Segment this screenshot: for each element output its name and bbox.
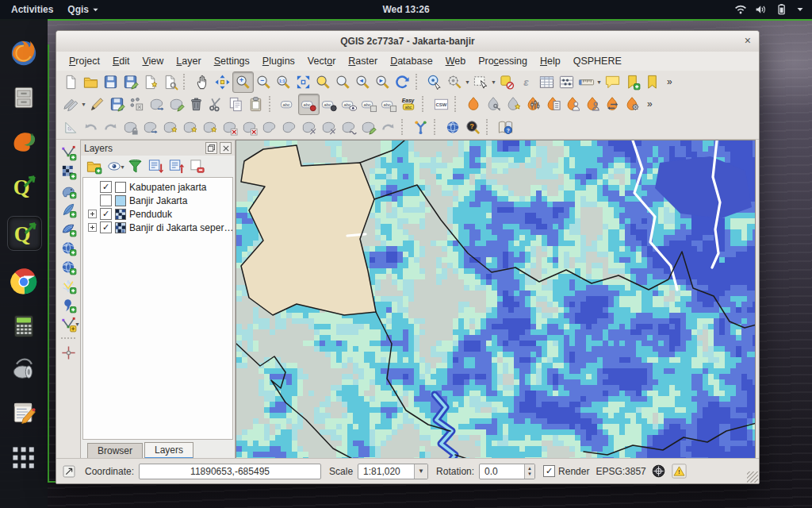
paste-features-button[interactable] [246,94,266,114]
render-checkbox[interactable]: ✓ Render [543,465,589,477]
messages-log-button[interactable]: ! [672,464,688,479]
zoom-to-selection-button[interactable] [313,72,333,92]
toolbar-overflow-button[interactable]: » [647,98,651,110]
layer-visibility-checkbox[interactable] [100,194,112,206]
menu-edit[interactable]: Edit [106,53,136,69]
collapse-all-button[interactable] [167,157,186,176]
toggle-editing-button[interactable] [87,94,107,114]
dropdown-arrow-icon[interactable]: ▼ [120,164,125,170]
add-vector-layer-button[interactable] [59,143,78,162]
expand-toggle[interactable] [88,210,97,218]
qsphere-main-button[interactable] [464,94,484,114]
menu-web[interactable]: Web [439,53,472,69]
topology-checker-button[interactable] [411,117,431,137]
project-new-button[interactable] [61,72,81,92]
composer-manager-button[interactable] [160,72,180,92]
label-highlight-button[interactable]: abc [298,94,320,115]
crs-button[interactable] [651,464,667,479]
zoom-to-layer-button[interactable] [333,72,353,92]
zoom-full-button[interactable] [293,72,313,92]
dock-item-firefox[interactable] [7,37,40,70]
add-raster-layer-button[interactable] [59,162,78,181]
dock-item-qgis-2[interactable]: Q [7,216,42,251]
menu-project[interactable]: Project [63,53,106,69]
menu-settings[interactable]: Settings [208,53,256,69]
scale-combobox[interactable]: 1:81,020 ▼ [358,464,428,479]
spinner-arrows[interactable]: ▲▼ [524,464,534,479]
activities-button[interactable]: Activities [11,4,53,15]
pan-map-button[interactable] [193,72,213,92]
simplify-feature-button[interactable] [140,117,160,137]
resize-grip[interactable] [747,471,758,483]
qsphere-sliders-button[interactable] [523,94,543,114]
zoom-out-button[interactable]: − [254,72,274,92]
rotate-map-button[interactable] [378,117,398,137]
dropdown-arrow-icon[interactable]: ▼ [465,79,470,85]
rotation-spinbox[interactable]: 0.0 ▲▼ [479,464,535,479]
dropdown-arrow-icon[interactable]: ▼ [81,102,86,107]
qsphere-transfer-button[interactable] [603,94,622,114]
add-wfs-layer-button[interactable]: circle cx="10.5" cy="11" r="7.5" fill="#… [59,276,78,295]
dock-item-show-applications[interactable] [7,441,40,475]
current-edits-button[interactable]: ▼ [61,94,81,114]
layer-item[interactable]: ✓Penduduk [83,207,232,221]
add-wcs-layer-button[interactable] [59,257,78,276]
combo-arrow-icon[interactable]: ▼ [414,464,427,479]
dropdown-arrow-icon[interactable]: ▼ [491,79,496,85]
layer-visibility-checkbox[interactable]: ✓ [100,221,112,233]
metasearch-csw-button[interactable]: CSW [431,94,451,114]
dock-item-qgis-1[interactable]: Q [7,170,40,203]
dropdown-arrow-icon[interactable]: ▼ [75,321,80,327]
tab-browser[interactable]: Browser [87,443,143,459]
add-part-button[interactable] [180,117,200,137]
label-pin-button[interactable]: abc [320,94,339,114]
new-bookmark-button[interactable] [622,72,642,92]
filter-legend-button[interactable] [125,157,144,176]
openlayers-plugin-button[interactable] [443,117,463,137]
label-show-hide-button[interactable]: abc [339,94,359,114]
add-wms-layer-button[interactable] [59,238,78,257]
node-tool-button[interactable] [167,94,186,114]
new-from-template-button[interactable] [140,72,160,92]
tab-layers[interactable]: Layers [144,442,193,459]
delete-ring-button[interactable] [220,117,239,137]
menu-database[interactable]: Database [384,53,439,69]
manage-layer-visibility-button[interactable]: ▼ [105,157,124,176]
qsphere-list-button[interactable] [543,94,563,114]
rotate-point-symbols-button[interactable] [358,117,378,137]
deselect-features-button[interactable] [497,72,517,92]
split-parts-button[interactable] [319,117,339,137]
zoom-native-button[interactable]: 1:1 [274,72,293,92]
toolbar-overflow-button[interactable]: » [667,76,671,87]
reshape-features-button[interactable] [259,117,279,137]
map-tips-button[interactable] [603,72,622,92]
menu-qsphere[interactable]: QSPHERE [567,53,628,69]
select-features-button[interactable]: ▼ [471,72,491,92]
fill-ring-button[interactable] [200,117,220,137]
battery-icon[interactable] [776,4,788,15]
layer-visibility-checkbox[interactable]: ✓ [100,181,112,193]
zoom-next-button[interactable]: ▸ [373,72,393,92]
measure-button[interactable]: ▼ [576,72,596,92]
extents-toggle-icon[interactable] [61,464,77,479]
crs-status[interactable]: EPSG:3857 [596,466,645,477]
merge-features-button[interactable] [339,117,358,137]
identify-features-button[interactable] [425,72,445,92]
wifi-icon[interactable] [734,4,747,15]
label-move-button[interactable]: abc [359,94,379,114]
expand-all-button[interactable] [146,157,165,176]
add-ring-button[interactable] [160,117,180,137]
save-edits-button[interactable] [107,94,127,114]
project-open-button[interactable] [81,72,101,92]
app-menu-button[interactable]: Qgis [67,4,99,15]
move-feature-button[interactable] [147,94,167,114]
menu-processing[interactable]: Processing [472,53,534,69]
dock-item-pgadmin[interactable] [7,125,40,159]
add-feature-button[interactable] [127,94,147,114]
cut-features-button[interactable] [206,94,226,114]
system-tray[interactable] [734,4,804,15]
menu-view[interactable]: View [136,53,170,69]
add-postgis-layer-button[interactable] [59,181,78,200]
label-settings-button[interactable]: abc [278,94,298,114]
panel-float-button[interactable] [205,142,217,154]
